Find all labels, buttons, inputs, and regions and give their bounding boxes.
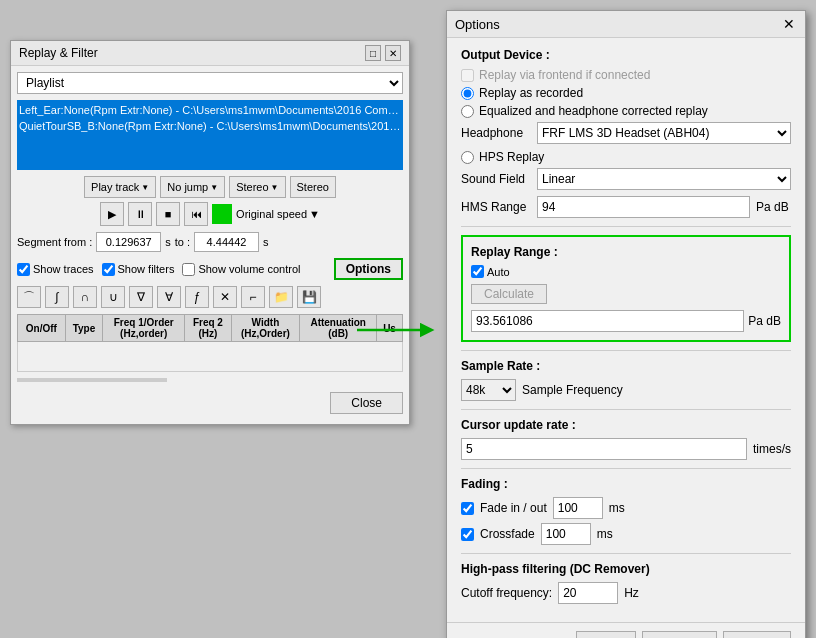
replay-title: Replay & Filter <box>19 46 98 60</box>
range-value-input[interactable] <box>471 310 744 332</box>
close-row: Close <box>17 388 403 418</box>
col-onoff: On/Off <box>18 315 66 342</box>
equalized-row: Equalized and headphone corrected replay <box>461 104 791 118</box>
crossfade-checkbox[interactable] <box>461 528 474 541</box>
show-traces-label[interactable]: Show traces <box>17 263 94 276</box>
output-device-title: Output Device : <box>461 48 791 62</box>
replay-range-title: Replay Range : <box>471 245 781 259</box>
replay-frontend-checkbox[interactable] <box>461 69 474 82</box>
cursor-row: times/s <box>461 438 791 460</box>
sample-rate-row: 48k Sample Frequency <box>461 379 791 401</box>
replay-recorded-radio[interactable] <box>461 87 474 100</box>
filter-table: On/Off Type Freq 1/Order(Hz,order) Freq … <box>17 314 403 372</box>
speed-label: Original speed ▼ <box>236 208 320 220</box>
apply-button[interactable]: Apply <box>723 631 791 638</box>
equalized-radio[interactable] <box>461 105 474 118</box>
cancel-button[interactable]: Cancel <box>642 631 717 638</box>
segment-row: Segment from : s to : s <box>17 232 403 252</box>
filter-icon-5[interactable]: ∇ <box>129 286 153 308</box>
options-titlebar: Options ✕ <box>447 11 805 38</box>
range-value-row: Pa dB <box>471 310 781 332</box>
crossfade-input[interactable] <box>541 523 591 545</box>
cursor-update-input[interactable] <box>461 438 747 460</box>
playlist-select[interactable]: Playlist <box>17 72 403 94</box>
back-button[interactable]: ⏮ <box>184 202 208 226</box>
ok-button[interactable]: OK <box>576 631 636 638</box>
no-jump-arrow-icon: ▼ <box>210 183 218 192</box>
replay-recorded-row: Replay as recorded <box>461 86 791 100</box>
connector-arrow <box>357 315 437 345</box>
stereo1-arrow-icon: ▼ <box>271 183 279 192</box>
close-button-main[interactable]: Close <box>330 392 403 414</box>
titlebar-controls: □ ✕ <box>365 45 401 61</box>
hp-section: High-pass filtering (DC Remover) Cutoff … <box>461 562 791 604</box>
transport-row: ▶ ⏸ ■ ⏮ Original speed ▼ <box>17 202 403 226</box>
col-type: Type <box>65 315 103 342</box>
stop-button[interactable]: ■ <box>156 202 180 226</box>
minimize-button[interactable]: □ <box>365 45 381 61</box>
file-list[interactable]: Left_Ear:None(Rpm Extr:None) - C:\Users\… <box>17 100 403 170</box>
play-track-button[interactable]: Play track ▼ <box>84 176 156 198</box>
replay-range-section: Replay Range : Auto Calculate Pa dB <box>461 235 791 342</box>
playlist-row: Playlist <box>17 72 403 94</box>
show-filters-checkbox[interactable] <box>102 263 115 276</box>
no-jump-button[interactable]: No jump ▼ <box>160 176 225 198</box>
hms-range-row: HMS Range Pa dB <box>461 196 791 218</box>
filter-icon-8[interactable]: ✕ <box>213 286 237 308</box>
filter-icon-9[interactable]: ⌐ <box>241 286 265 308</box>
filter-icon-6[interactable]: ∀ <box>157 286 181 308</box>
hps-replay-radio[interactable] <box>461 151 474 164</box>
divider-1 <box>461 226 791 227</box>
sound-field-select[interactable]: Linear <box>537 168 791 190</box>
show-traces-checkbox[interactable] <box>17 263 30 276</box>
file-item-2[interactable]: QuietTourSB_B:None(Rpm Extr:None) - C:\U… <box>19 118 401 134</box>
pause-button[interactable]: ⏸ <box>128 202 152 226</box>
filter-icon-7[interactable]: ƒ <box>185 286 209 308</box>
hp-field-row: Cutoff frequency: Hz <box>461 582 791 604</box>
options-window: Options ✕ Output Device : Replay via fro… <box>446 10 806 638</box>
col-freq1: Freq 1/Order(Hz,order) <box>103 315 185 342</box>
divider-4 <box>461 468 791 469</box>
close-button[interactable]: ✕ <box>385 45 401 61</box>
stereo1-button[interactable]: Stereo ▼ <box>229 176 285 198</box>
filter-icon-folder[interactable]: 📁 <box>269 286 293 308</box>
headphone-row: Headphone FRF LMS 3D Headset (ABH04) <box>461 122 791 144</box>
options-close-button[interactable]: ✕ <box>781 16 797 32</box>
hms-range-input[interactable] <box>537 196 750 218</box>
stereo2-button[interactable]: Stereo <box>290 176 336 198</box>
headphone-select[interactable]: FRF LMS 3D Headset (ABH04) <box>537 122 791 144</box>
segment-from-input[interactable] <box>96 232 161 252</box>
show-volume-label[interactable]: Show volume control <box>182 263 300 276</box>
crossfade-row: Crossfade ms <box>461 523 791 545</box>
filter-icon-save[interactable]: 💾 <box>297 286 321 308</box>
cursor-update-title: Cursor update rate : <box>461 418 791 432</box>
filter-icon-1[interactable]: ⌒ <box>17 286 41 308</box>
fade-in-out-checkbox[interactable] <box>461 502 474 515</box>
hps-replay-row: HPS Replay <box>461 150 791 164</box>
fade-in-out-input[interactable] <box>553 497 603 519</box>
speed-arrow-icon: ▼ <box>309 208 320 220</box>
play-button[interactable]: ▶ <box>100 202 124 226</box>
show-volume-checkbox[interactable] <box>182 263 195 276</box>
filter-icon-3[interactable]: ∩ <box>73 286 97 308</box>
filter-icon-2[interactable]: ∫ <box>45 286 69 308</box>
fading-title: Fading : <box>461 477 791 491</box>
filter-icon-4[interactable]: ∪ <box>101 286 125 308</box>
slider-track[interactable] <box>17 378 167 382</box>
replay-content: Playlist Left_Ear:None(Rpm Extr:None) - … <box>11 66 409 424</box>
show-filters-label[interactable]: Show filters <box>102 263 175 276</box>
auto-checkbox[interactable] <box>471 265 484 278</box>
table-row-empty <box>18 342 403 372</box>
options-button[interactable]: Options <box>334 258 403 280</box>
show-row: Show traces Show filters Show volume con… <box>17 258 403 280</box>
calculate-button[interactable]: Calculate <box>471 284 547 304</box>
options-content: Output Device : Replay via frontend if c… <box>447 38 805 622</box>
controls-row1: Play track ▼ No jump ▼ Stereo ▼ Stereo <box>17 176 403 198</box>
auto-row: Auto <box>471 265 781 278</box>
divider-2 <box>461 350 791 351</box>
sample-rate-select[interactable]: 48k <box>461 379 516 401</box>
filter-icons-row: ⌒ ∫ ∩ ∪ ∇ ∀ ƒ ✕ ⌐ 📁 💾 <box>17 286 403 308</box>
segment-to-input[interactable] <box>194 232 259 252</box>
cutoff-input[interactable] <box>558 582 618 604</box>
file-item-1[interactable]: Left_Ear:None(Rpm Extr:None) - C:\Users\… <box>19 102 401 118</box>
